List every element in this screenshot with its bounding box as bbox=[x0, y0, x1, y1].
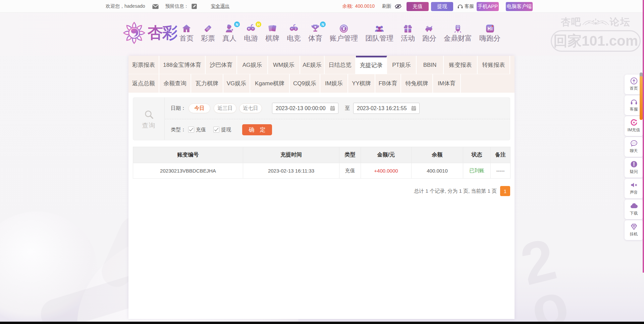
nav-item-hipaofen[interactable]: 嗨跑分 bbox=[476, 24, 504, 42]
cell-type: 充值 bbox=[339, 163, 361, 179]
pc-client-button[interactable]: 电脑客户端 bbox=[506, 2, 533, 11]
tab-pt-yule[interactable]: PT娱乐 bbox=[387, 56, 417, 74]
tab-vg-yule[interactable]: VG娱乐 bbox=[223, 74, 250, 93]
mail-icon[interactable] bbox=[152, 4, 159, 9]
tool-chat[interactable]: 聊天 bbox=[625, 137, 643, 157]
type-label: 类型： bbox=[171, 127, 186, 133]
tool-hangup[interactable]: 挂机 bbox=[625, 220, 643, 240]
service-label: 客服 bbox=[465, 3, 474, 9]
nav-item-esports[interactable]: 电竞 bbox=[283, 24, 305, 42]
nav-item-slots[interactable]: 电游 H bbox=[240, 24, 262, 42]
welcome-text: 欢迎您，hadesado bbox=[106, 3, 145, 9]
tool-label: 声音 bbox=[630, 190, 638, 195]
tab-rijie-zonglan[interactable]: 日结总览 bbox=[325, 56, 356, 74]
tabs-row-2: 返点总额 余额查询 瓦力棋牌 VG娱乐 Kgame棋牌 CQ9娱乐 IM娱乐 Y… bbox=[128, 74, 515, 93]
site-logo[interactable]: 杏彩 bbox=[123, 21, 177, 45]
deposit-checkbox[interactable] bbox=[188, 127, 194, 133]
nav-item-team[interactable]: 团队管理 bbox=[362, 24, 397, 42]
nav-label: 嗨跑分 bbox=[479, 35, 500, 42]
tab-yy-qipai[interactable]: YY棋牌 bbox=[348, 74, 375, 93]
account-icon bbox=[339, 24, 349, 34]
tab-wm-yule[interactable]: WM娱乐 bbox=[268, 56, 300, 74]
nav-item-sports[interactable]: 体育 N bbox=[305, 24, 326, 42]
tab-ae-yule[interactable]: AE娱乐 bbox=[300, 56, 325, 74]
tab-fb-tiyu[interactable]: FB体育 bbox=[375, 74, 401, 93]
tab-wali-qipai[interactable]: 瓦力棋牌 bbox=[191, 74, 223, 93]
tab-zhuanzhang-baobiao[interactable]: 转账报表 bbox=[478, 56, 510, 74]
tab-cq9-yule[interactable]: CQ9娱乐 bbox=[290, 74, 320, 93]
nav-label: 账户管理 bbox=[330, 35, 358, 42]
nav-item-wealth[interactable]: 金鼎财富 bbox=[440, 24, 476, 42]
cards-icon bbox=[267, 24, 277, 34]
tab-shaba-tiyu[interactable]: 沙巴体育 bbox=[206, 56, 237, 74]
nav-label: 电游 bbox=[244, 35, 258, 42]
edit-icon[interactable] bbox=[192, 4, 197, 9]
cell-remark: ----- bbox=[491, 163, 511, 179]
mobile-app-button[interactable]: 手机APP bbox=[477, 2, 499, 11]
date-from-input[interactable]: 2023-02-13 00:00:00 bbox=[272, 103, 338, 114]
nav-item-live[interactable]: 真人 N bbox=[219, 24, 240, 42]
submit-button[interactable]: 确 定 bbox=[242, 124, 272, 135]
refresh-link[interactable]: 刷新 bbox=[382, 3, 391, 9]
calendar-icon bbox=[411, 105, 417, 111]
page-1-button[interactable]: 1 bbox=[500, 186, 510, 196]
range-7days-pill[interactable]: 近七日 bbox=[239, 103, 262, 113]
tool-question[interactable]: 疑问 bbox=[625, 158, 643, 178]
cell-id: 20230213VBBDCBEJHA bbox=[133, 163, 243, 179]
tab-ag-yule[interactable]: AG娱乐 bbox=[237, 56, 268, 74]
col-header-time: 充提时间 bbox=[243, 147, 339, 163]
nav-item-lottery[interactable]: 彩票 bbox=[197, 24, 219, 42]
paofen-icon bbox=[424, 24, 434, 34]
nav-item-paofen[interactable]: 跑分 bbox=[419, 24, 440, 42]
deposit-button[interactable]: 充值 bbox=[407, 2, 429, 11]
tab-yue-chaxun[interactable]: 余额查询 bbox=[159, 74, 191, 93]
table-row: 20230213VBBDCBEJHA 2023-02-13 16:11:33 充… bbox=[133, 163, 511, 179]
withdraw-checkbox[interactable] bbox=[213, 127, 219, 133]
chat-icon bbox=[630, 139, 638, 147]
watermark-right: 论坛 bbox=[610, 15, 631, 29]
range-today-pill[interactable]: 今日 bbox=[189, 103, 210, 113]
tab-im-tiyu[interactable]: IM体育 bbox=[433, 74, 461, 93]
col-header-status: 状态 bbox=[463, 147, 491, 163]
date-to-value: 2023-02-13 16:21:55 bbox=[357, 105, 411, 111]
tool-download[interactable]: 下载 bbox=[625, 199, 643, 219]
pagination-summary: 总计 1 个记录, 分为 1 页, 当前第 1 页 bbox=[414, 188, 497, 194]
tool-label: 疑问 bbox=[630, 169, 638, 175]
tab-tetu-qipai[interactable]: 特兔棋牌 bbox=[401, 74, 433, 93]
watermark-left: 杏吧 bbox=[561, 15, 582, 29]
filter-panel: 查询 日期： 今日 近三日 近七日 2023-02-13 00:00:00 至 … bbox=[133, 97, 510, 140]
tab-chongti-jilu[interactable]: 充提记录 bbox=[356, 56, 387, 74]
nav-label: 真人 bbox=[222, 35, 236, 42]
nav-label: 电竞 bbox=[287, 35, 301, 42]
tab-kgame-qipai[interactable]: Kgame棋牌 bbox=[250, 74, 290, 93]
service-link[interactable]: 客服 bbox=[457, 3, 474, 9]
eye-off-icon[interactable] bbox=[394, 3, 402, 9]
tool-sound[interactable]: 声音 bbox=[625, 179, 643, 198]
tab-bbin[interactable]: BBIN bbox=[417, 56, 444, 74]
records-table: 账变编号 充提时间 类型 金额/元 余额 状态 备注 20230213VBBDC… bbox=[133, 147, 511, 179]
nav-item-account[interactable]: 账户管理 bbox=[326, 24, 362, 42]
tab-im-yule[interactable]: IM娱乐 bbox=[320, 74, 348, 93]
tab-caipiao-baobiao[interactable]: 彩票报表 bbox=[128, 56, 159, 74]
live-icon bbox=[224, 24, 234, 34]
tab-fandian-zonge[interactable]: 返点总额 bbox=[128, 74, 159, 93]
query-block: 查询 bbox=[133, 98, 165, 140]
cell-status: 已到账 bbox=[463, 163, 491, 179]
bottom-bar bbox=[0, 322, 644, 324]
calendar-icon bbox=[330, 105, 335, 111]
logout-link[interactable]: 安全退出 bbox=[211, 3, 230, 9]
range-3days-pill[interactable]: 近三日 bbox=[214, 103, 236, 113]
tab-zhangbian-baobiao[interactable]: 账变报表 bbox=[444, 56, 478, 74]
top-bar: 欢迎您，hadesado 预留信息： 安全退出 余额:400.0010 刷新 充… bbox=[0, 0, 644, 13]
sports-icon bbox=[310, 24, 320, 34]
pagination: 总计 1 个记录, 分为 1 页, 当前第 1 页 1 bbox=[414, 186, 510, 196]
watermark-domain-box: 回家101.com bbox=[551, 30, 641, 52]
withdraw-button[interactable]: 提现 bbox=[431, 2, 453, 11]
nav-item-home[interactable]: 首页 bbox=[176, 24, 197, 42]
nav-item-cards[interactable]: 棋牌 bbox=[262, 24, 283, 42]
date-to-input[interactable]: 2023-02-13 16:21:55 bbox=[353, 103, 420, 114]
scrollbar-thumb[interactable] bbox=[640, 76, 643, 120]
nav-item-activity[interactable]: 活动 bbox=[397, 24, 419, 42]
tab-188-jinbaobo[interactable]: 188金宝博体育 bbox=[159, 56, 206, 74]
nav-label: 团队管理 bbox=[365, 35, 393, 42]
